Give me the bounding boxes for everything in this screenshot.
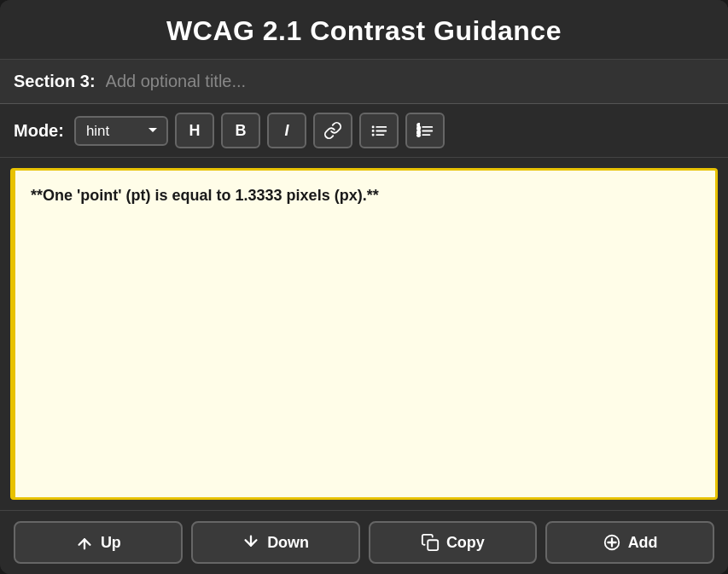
copy-icon <box>421 533 440 552</box>
mode-label: Mode: <box>14 121 64 141</box>
toolbar: Mode: hint normal warning error info H B… <box>0 104 728 158</box>
section-header: Section 3: <box>0 60 728 104</box>
svg-rect-1 <box>372 130 375 132</box>
ordered-list-icon: 1 2 3 <box>416 121 434 140</box>
svg-rect-0 <box>372 126 375 129</box>
down-icon <box>242 533 260 552</box>
copy-label: Copy <box>446 534 485 552</box>
svg-text:3: 3 <box>417 131 421 137</box>
add-icon <box>603 533 621 552</box>
mode-select[interactable]: hint normal warning error info <box>74 116 168 146</box>
up-icon <box>75 533 94 552</box>
title-bar: WCAG 2.1 Contrast Guidance <box>0 0 728 60</box>
ordered-list-button[interactable]: 1 2 3 <box>405 113 445 148</box>
add-button[interactable]: Add <box>545 521 714 564</box>
bold-button[interactable]: B <box>221 113 260 148</box>
link-button[interactable] <box>313 113 352 148</box>
link-icon <box>323 121 342 140</box>
app-container: WCAG 2.1 Contrast Guidance Section 3: Mo… <box>0 0 728 574</box>
app-title: WCAG 2.1 Contrast Guidance <box>17 15 711 47</box>
copy-button[interactable]: Copy <box>369 521 538 564</box>
heading-icon: H <box>189 122 200 140</box>
section-label: Section 3: <box>14 72 96 91</box>
up-label: Up <box>101 534 121 552</box>
italic-button[interactable]: I <box>267 113 306 148</box>
svg-rect-2 <box>372 134 375 136</box>
bold-icon: B <box>235 122 246 140</box>
italic-icon: I <box>284 122 288 140</box>
unordered-list-icon <box>370 121 388 140</box>
editor-box[interactable]: **One 'point' (pt) is equal to 1.3333 pi… <box>10 168 718 500</box>
down-button[interactable]: Down <box>191 521 360 564</box>
down-label: Down <box>267 534 309 552</box>
add-label: Add <box>628 534 658 552</box>
heading-button[interactable]: H <box>175 113 214 148</box>
up-button[interactable]: Up <box>14 521 183 564</box>
content-area: **One 'point' (pt) is equal to 1.3333 pi… <box>0 158 728 510</box>
bottom-bar: Up Down Copy Add <box>0 510 728 574</box>
svg-rect-14 <box>428 540 438 550</box>
unordered-list-button[interactable] <box>359 113 399 148</box>
editor-content: **One 'point' (pt) is equal to 1.3333 pi… <box>31 184 700 207</box>
section-title-input[interactable] <box>106 72 714 91</box>
